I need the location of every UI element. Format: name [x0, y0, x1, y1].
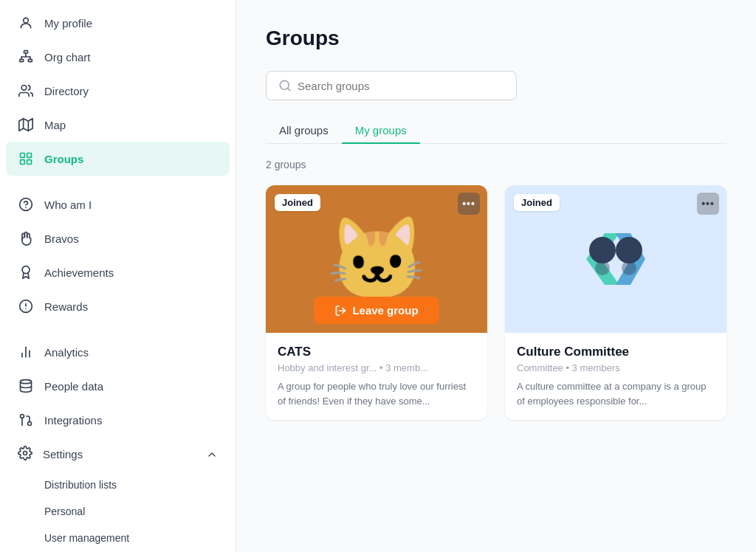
sidebar-item-org-chart[interactable]: Org chart	[0, 40, 236, 74]
sidebar-label-people-data: People data	[44, 380, 103, 393]
cards-grid: 🐱 Joined ••• Leave group CATS Hobby and …	[266, 185, 726, 420]
groups-count: 2 groups	[266, 159, 726, 170]
sidebar-item-integrations[interactable]: Integrations	[0, 403, 236, 437]
cats-title: CATS	[278, 345, 475, 359]
svg-rect-15	[27, 160, 32, 165]
cats-card-body: CATS Hobby and interest gr... • 3 memb..…	[266, 333, 487, 420]
svg-rect-13	[27, 153, 32, 158]
svg-marker-9	[19, 119, 32, 131]
map-icon	[18, 117, 34, 133]
leave-group-label: Leave group	[352, 304, 418, 317]
user-management-label: User management	[44, 532, 129, 544]
settings-icon	[18, 446, 32, 463]
sidebar-item-my-profile[interactable]: My profile	[0, 6, 236, 40]
sidebar-item-bravos[interactable]: Bravos	[0, 221, 236, 255]
svg-point-25	[21, 380, 32, 384]
cat-emoji: 🐱	[326, 218, 427, 300]
svg-point-0	[24, 18, 29, 23]
sidebar-item-achievements[interactable]: Achievements	[0, 255, 236, 289]
card-committee-image: Joined •••	[505, 185, 726, 333]
who-am-i-icon	[18, 196, 34, 213]
sidebar-label-directory: Directory	[44, 85, 89, 97]
sidebar-label-my-profile: My profile	[44, 17, 92, 30]
integrations-icon	[18, 412, 34, 428]
committee-logo	[564, 207, 667, 311]
cats-meta: Hobby and interest gr... • 3 memb...	[278, 362, 475, 373]
sidebar-sub-item-user-management[interactable]: User management	[0, 525, 236, 551]
sidebar-item-settings[interactable]: Settings	[0, 437, 236, 472]
card-culture-committee: Joined ••• Culture Committee Committee •…	[505, 185, 726, 420]
committee-card-body: Culture Committee Committee • 3 members …	[505, 333, 726, 420]
svg-rect-14	[21, 160, 25, 165]
sidebar-sub-item-personal[interactable]: Personal	[0, 498, 236, 525]
sidebar: My profile Org chart Directory Map Group…	[0, 0, 236, 552]
cats-menu-button[interactable]: •••	[458, 193, 480, 215]
committee-menu-button[interactable]: •••	[697, 193, 719, 215]
person-icon	[18, 15, 34, 31]
leave-group-button[interactable]: Leave group	[314, 297, 439, 324]
analytics-icon	[18, 344, 34, 360]
sidebar-label-org-chart: Org chart	[44, 51, 91, 63]
cats-joined-badge: Joined	[275, 194, 320, 211]
sidebar-label-analytics: Analytics	[44, 346, 89, 359]
directory-icon	[18, 83, 34, 99]
personal-label: Personal	[44, 506, 85, 517]
svg-point-35	[595, 261, 610, 275]
card-cats-image: 🐱 Joined ••• Leave group	[266, 185, 487, 333]
sidebar-item-analytics[interactable]: Analytics	[0, 335, 236, 369]
achievements-icon	[18, 264, 34, 280]
sidebar-label-bravos: Bravos	[44, 232, 79, 245]
svg-point-33	[589, 237, 616, 263]
search-input[interactable]	[298, 80, 504, 92]
committee-title: Culture Committee	[517, 345, 715, 359]
sidebar-item-people-data[interactable]: People data	[0, 369, 236, 403]
tabs-bar: All groups My groups	[266, 118, 726, 144]
sidebar-label-integrations: Integrations	[44, 414, 102, 427]
card-cats: 🐱 Joined ••• Leave group CATS Hobby and …	[266, 185, 487, 420]
settings-left: Settings	[18, 446, 83, 463]
bravos-icon	[18, 230, 34, 246]
svg-point-29	[24, 452, 27, 455]
search-icon	[278, 79, 292, 92]
svg-rect-12	[21, 153, 25, 158]
sidebar-item-directory[interactable]: Directory	[0, 74, 236, 108]
sidebar-item-groups[interactable]: Groups	[6, 142, 230, 176]
sidebar-label-groups: Groups	[44, 153, 83, 165]
main-content: Groups All groups My groups 2 groups 🐱 J…	[236, 0, 756, 552]
org-chart-icon	[18, 49, 34, 65]
svg-point-36	[622, 261, 636, 275]
committee-joined-badge: Joined	[514, 194, 560, 211]
sidebar-item-map[interactable]: Map	[0, 108, 236, 142]
committee-meta: Committee • 3 members	[517, 362, 715, 373]
sidebar-item-who-am-i[interactable]: Who am I	[0, 187, 236, 221]
svg-point-8	[21, 86, 27, 91]
leave-icon	[334, 305, 346, 317]
svg-line-31	[287, 88, 289, 90]
search-bar[interactable]	[266, 71, 517, 100]
people-data-icon	[18, 378, 34, 394]
groups-icon	[18, 151, 34, 167]
tab-my-groups[interactable]: My groups	[342, 118, 420, 144]
page-title: Groups	[266, 27, 726, 50]
rewards-icon	[18, 298, 34, 314]
sidebar-label-who-am-i: Who am I	[44, 199, 92, 211]
chevron-up-icon	[206, 449, 218, 460]
svg-point-34	[616, 237, 642, 263]
sidebar-sub-item-distribution-lists[interactable]: Distribution lists	[0, 472, 236, 498]
committee-desc: A culture committee at a company is a gr…	[517, 379, 715, 408]
cats-desc: A group for people who truly love our fu…	[278, 379, 475, 408]
distribution-lists-label: Distribution lists	[44, 479, 117, 491]
sidebar-item-rewards[interactable]: Rewards	[0, 289, 236, 323]
tab-all-groups[interactable]: All groups	[266, 118, 342, 144]
sidebar-label-settings: Settings	[43, 448, 83, 460]
sidebar-label-map: Map	[44, 119, 66, 131]
sidebar-label-achievements: Achievements	[44, 266, 114, 279]
sidebar-label-rewards: Rewards	[44, 300, 88, 313]
